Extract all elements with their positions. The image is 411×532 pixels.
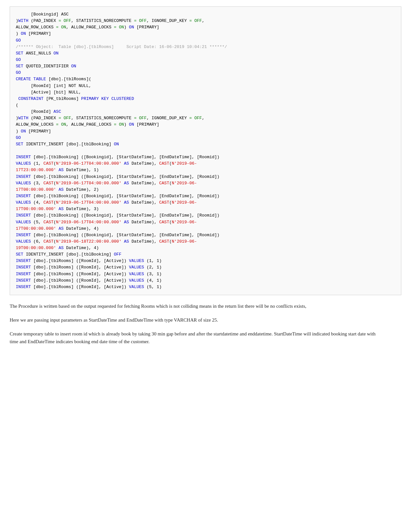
paragraph-3: Create temporary table to insert room id…: [10, 330, 380, 346]
code-block: [Bookingid] ASC )WITH (PAD_INDEX = OFF, …: [10, 6, 401, 295]
paragraph-1: The Procedure is written based on the ou…: [10, 302, 380, 310]
paragraph-2: Here we are passing input parameters as …: [10, 316, 380, 324]
